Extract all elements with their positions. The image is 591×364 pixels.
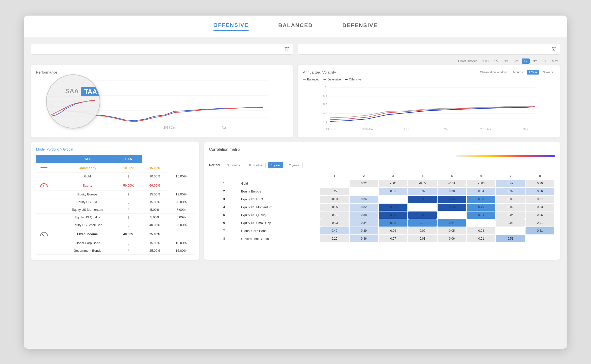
- hist-btn-max[interactable]: Max: [550, 58, 560, 64]
- corr-cell-7-0: 0.29: [320, 235, 349, 242]
- hist-btn-3m[interactable]: 3M: [502, 58, 510, 64]
- period-btn-2y[interactable]: 2 years: [286, 162, 303, 168]
- gb-menu[interactable]: ⋮: [116, 247, 142, 254]
- corr-cell-6-5: 0.03: [467, 227, 496, 234]
- tab-defensive[interactable]: DEFENSIVE: [342, 22, 378, 31]
- eq-usqual-taa: 5.00%: [142, 213, 168, 221]
- portfolio-breadcrumb: Model Portfolio > Global: [36, 147, 194, 151]
- hist-btn-6m[interactable]: 6M: [512, 58, 520, 64]
- corr-cell-4-3: 0.93: [408, 211, 437, 219]
- svg-text:Mar: Mar: [444, 128, 449, 131]
- corr-rowlabel-2: Equity US ESG: [239, 196, 319, 203]
- fixed-name: Fixed income: [59, 229, 115, 239]
- obs-btn-3y[interactable]: 3 Years: [541, 70, 555, 75]
- corr-cell-4-5: 0.84: [467, 211, 496, 219]
- legend-label-defensive: Defensive: [328, 78, 341, 81]
- corr-cell-4-2: 0.95: [379, 211, 407, 219]
- gb-taa: 25.00%: [142, 247, 168, 254]
- commodity-icon: [40, 165, 48, 170]
- svg-text:2018 Jan: 2018 Jan: [163, 126, 175, 129]
- svg-text:2018 Jan: 2018 Jan: [361, 128, 373, 131]
- hist-btn-1y[interactable]: 1Y: [522, 58, 530, 64]
- corr-rowlabel-1: Equity Europe: [239, 188, 319, 195]
- table-row: 8Government Bonds0.290.360.070.030.060.0…: [210, 235, 554, 242]
- breadcrumb-link[interactable]: Global: [63, 147, 73, 151]
- eq-europe-saa: 18.00%: [168, 191, 194, 198]
- eq-ussmc-menu[interactable]: ⋮: [116, 221, 142, 229]
- magnifier-circle: SAA TAA: [46, 74, 100, 129]
- legend-dot-balanced: [303, 79, 306, 80]
- date-from-input[interactable]: 25-May-2017: [34, 47, 285, 51]
- obs-label: Observation window: [480, 71, 507, 74]
- gold-name: Gold: [59, 172, 115, 180]
- gcb-menu[interactable]: ⋮: [116, 239, 142, 247]
- legend-defensive: Defensive: [323, 78, 341, 81]
- obs-btn-1y[interactable]: 1 Year: [527, 70, 539, 75]
- obs-btn-6m[interactable]: 6 Months: [509, 70, 525, 75]
- corr-cell-0-6: 0.42: [496, 180, 525, 187]
- svg-line-37: [42, 234, 44, 236]
- eq-ussmc-taa: 40.00%: [142, 221, 168, 229]
- breadcrumb-prefix: Model Portfolio >: [36, 147, 63, 151]
- corr-col-empty2: [239, 172, 319, 179]
- corr-cell-1-7: 0.36: [526, 188, 554, 195]
- corr-rowlabel-5: Equity US Small Cap: [239, 219, 319, 227]
- corr-cell-6-6: [496, 227, 525, 234]
- gold-taa: 10.00%: [142, 172, 168, 180]
- corr-col-h8: 8: [526, 172, 554, 179]
- corr-title: Correlation matrix: [209, 147, 555, 152]
- corr-cell-4-7: 0.06: [526, 211, 554, 219]
- gold-icon-cell: [36, 172, 59, 180]
- gcb-taa: 15.00%: [142, 239, 168, 247]
- corr-col-h5: 5: [438, 172, 466, 179]
- top-nav: OFFENSIVE BALANCED DEFENSIVE: [24, 16, 567, 38]
- eq-usmom-menu[interactable]: ⋮: [116, 206, 142, 213]
- corr-rownum-2: 3: [210, 196, 238, 203]
- commodity-name: Commodity: [59, 163, 115, 173]
- period-btn-1y[interactable]: 1 year: [268, 162, 283, 168]
- table-row: Equity US ESG ⋮ 15.00% 20.00%: [36, 198, 194, 206]
- corr-col-h4: 4: [408, 172, 437, 179]
- table-row: Equity 50.00% 60.00%: [36, 180, 194, 191]
- corr-cell-1-6: 0.39: [496, 188, 525, 195]
- corr-cell-1-1: [350, 188, 378, 195]
- corr-cell-0-5: -0.03: [467, 180, 496, 187]
- table-row: 4Equity US Momentum-0.050.320.930.930.79…: [210, 204, 554, 211]
- tab-offensive[interactable]: OFFENSIVE: [213, 22, 249, 31]
- period-btn-3m[interactable]: 3 months: [224, 162, 243, 168]
- corr-gradient-bar: [456, 155, 555, 157]
- calendar-icon-to[interactable]: 📅: [552, 47, 557, 51]
- corr-cell-7-5: 0.01: [467, 235, 496, 242]
- eq-usqual-menu[interactable]: ⋮: [116, 213, 142, 221]
- hist-btn-3y[interactable]: 3Y: [531, 58, 539, 64]
- corr-cell-5-6: 0.03: [496, 219, 525, 227]
- hist-btn-5y[interactable]: 5Y: [541, 58, 549, 64]
- eq-usesg-menu[interactable]: ⋮: [116, 198, 142, 206]
- corr-col-h7: 7: [496, 172, 525, 179]
- corr-cell-5-3: 0.79: [408, 219, 437, 227]
- hist-btn-ytd[interactable]: YTD: [480, 58, 491, 64]
- port-header-taa: TAA: [59, 155, 115, 163]
- corr-cell-4-4: [438, 211, 466, 219]
- equity-saa: 60.00%: [142, 180, 168, 191]
- tab-balanced[interactable]: BALANCED: [278, 22, 313, 31]
- gold-menu[interactable]: ⋮: [116, 172, 142, 180]
- hist-btn-1m[interactable]: 1M: [492, 58, 501, 64]
- corr-cell-0-0: [320, 180, 349, 187]
- eq-europe-menu[interactable]: ⋮: [116, 191, 142, 198]
- date-to-input[interactable]: 25-May-2018: [301, 47, 552, 51]
- corr-controls: Period 3 months 6 months 1 year 2 years: [209, 162, 555, 168]
- corr-cell-3-1: 0.32: [350, 204, 378, 211]
- calendar-icon-from[interactable]: 📅: [285, 47, 290, 51]
- legend-dot-offensive: [345, 79, 348, 80]
- eq-usmom-taa: 5.00%: [142, 206, 168, 213]
- chart-history-row: Chart History YTD 1M 3M 6M 1Y 3Y 5Y Max: [31, 58, 560, 64]
- eq-usqual-name: Equity US Quality: [59, 213, 115, 221]
- corr-col-h2: 2: [350, 172, 378, 179]
- svg-text:2017 Oct: 2017 Oct: [325, 128, 336, 131]
- corr-cell-5-2: 0.80: [379, 219, 407, 227]
- period-btn-6m[interactable]: 6 months: [246, 162, 265, 168]
- corr-cell-1-3: 0.32: [408, 188, 437, 195]
- table-row: Government Bonds ⋮ 25.00% 15.00%: [36, 247, 194, 254]
- gcb-saa: 10.00%: [168, 239, 194, 247]
